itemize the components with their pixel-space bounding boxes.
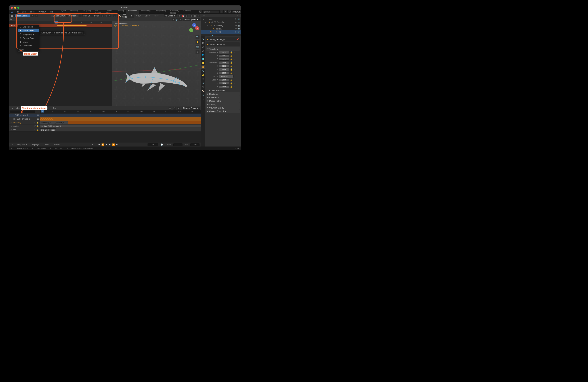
relations-header[interactable]: ▸ Relations: [206, 92, 240, 96]
tab-sculpting[interactable]: Sculpting: [81, 9, 92, 14]
stash-button[interactable]: ❄ Stash: [67, 14, 78, 17]
rotation-z-input[interactable]: [219, 72, 229, 74]
tab-shading[interactable]: Shading: [115, 9, 126, 14]
viewport-display-header[interactable]: ▸ Viewport Display: [206, 106, 240, 109]
tab-layout[interactable]: Layout: [58, 9, 68, 14]
animate-dot[interactable]: [234, 62, 234, 63]
outliner-row[interactable]: ▾ ⊹ root 👁 📷: [201, 17, 241, 21]
select-icon[interactable]: ☐: [173, 107, 176, 110]
tab-bone[interactable]: 🦴: [201, 89, 205, 93]
autokey-icon[interactable]: ●: [90, 143, 94, 146]
outliner-row[interactable]: ✦: [201, 34, 241, 36]
keyframe-icon[interactable]: [85, 25, 86, 26]
pin-icon[interactable]: 📌: [236, 38, 239, 40]
play-reverse-icon[interactable]: ◀: [105, 143, 108, 146]
keyframe-prev-icon[interactable]: ⏪: [101, 143, 104, 146]
close-icon[interactable]: ×: [179, 18, 182, 21]
editor-type-icon[interactable]: ☰▾: [10, 107, 13, 110]
pushdown-icon[interactable]: ☰: [37, 118, 40, 120]
animate-dot[interactable]: [234, 86, 234, 87]
nla-track[interactable]: swimming_GLTF_created_0: [40, 121, 201, 124]
lock-icon[interactable]: 🔓: [230, 82, 233, 84]
maximize-window[interactable]: [17, 7, 19, 9]
custom-properties-header[interactable]: ▸ Custom Properties: [206, 109, 240, 113]
tab-bone-constraints[interactable]: 🔗: [201, 93, 205, 97]
animate-dot[interactable]: [234, 83, 234, 84]
render-icon[interactable]: 📷: [237, 21, 240, 23]
action-name-input[interactable]: [82, 14, 100, 17]
nla-add[interactable]: Add: [51, 107, 58, 110]
nav-gizmo[interactable]: Z X Y: [189, 23, 199, 33]
tab-constraints[interactable]: 🔗: [201, 81, 205, 85]
playback-menu[interactable]: Playback ▾: [16, 143, 28, 146]
snap-icon[interactable]: 🧲: [182, 14, 184, 17]
transform-header[interactable]: ▾ Transform: [206, 47, 240, 51]
nla-track-label[interactable]: ✦ bite_GLTF_created_0 ☰: [9, 117, 40, 121]
lock-icon[interactable]: 🔓: [230, 55, 233, 57]
nla-strip[interactable]: bite_GLTF_create: [40, 128, 56, 131]
pose-options-dropdown[interactable]: Pose Options ▾: [183, 18, 200, 21]
viewlayer-input[interactable]: [232, 10, 241, 13]
visibility-header[interactable]: ▸ Visibility: [206, 103, 240, 106]
nla-search-input[interactable]: [10, 111, 35, 113]
nla-track-row[interactable]: ☆ circling ☐ 🔒 circling_GLTF_created_0: [9, 124, 201, 128]
lock-icon[interactable]: 🔓: [230, 72, 233, 74]
gizmo-icon[interactable]: ⊞: [172, 18, 175, 21]
eye-icon[interactable]: 👁: [235, 31, 237, 33]
cursor-icon[interactable]: ▤: [168, 107, 171, 110]
lock-icon[interactable]: 🔓: [230, 58, 233, 60]
tab-particles[interactable]: ✨: [201, 73, 205, 77]
scene-icon[interactable]: [199, 10, 202, 13]
scale-x-input[interactable]: [219, 78, 229, 81]
tab-data[interactable]: ▽: [201, 85, 205, 89]
chevron-down-icon[interactable]: ▾: [35, 14, 38, 17]
tab-material[interactable]: ●: [201, 97, 205, 101]
object-name-field[interactable]: ◧ GLTF_created_0: [206, 42, 240, 46]
nla-track[interactable]: [40, 117, 201, 121]
channel-label[interactable]: ▸ Sum: [9, 24, 15, 27]
keyframe-next-icon[interactable]: ⏩: [112, 143, 115, 146]
scene-name-input[interactable]: [203, 10, 219, 13]
jump-start-icon[interactable]: ⏮: [97, 143, 101, 146]
tab-geometry-nodes[interactable]: Geometry Nodes: [168, 9, 181, 14]
menu-edit[interactable]: Edit: [21, 10, 27, 13]
dope-ruler[interactable]: 5 0 10 20 30 40 50: [15, 21, 112, 24]
lock-icon[interactable]: 🔓: [230, 61, 233, 64]
overlay-icon[interactable]: ◐: [190, 14, 192, 17]
eye-icon[interactable]: 👁: [235, 18, 237, 20]
delete-scene-icon[interactable]: ×: [224, 10, 227, 13]
filter-icon[interactable]: [236, 14, 239, 17]
shark-model[interactable]: [124, 63, 189, 96]
tab-modifiers[interactable]: 🔧: [201, 69, 205, 73]
render-icon[interactable]: 📷: [237, 28, 240, 30]
lock-icon[interactable]: 🔓: [230, 51, 233, 54]
end-frame-input[interactable]: [190, 143, 200, 146]
shading-icon[interactable]: ●: [197, 14, 200, 17]
dropdown-mask[interactable]: ◑ Mask: [18, 40, 39, 44]
xray-icon[interactable]: ▦: [194, 14, 196, 17]
render-icon[interactable]: 📷: [237, 18, 240, 20]
outliner-row[interactable]: ▾ 人 GLTF_SceneRo 👁 📷: [201, 21, 241, 24]
invert-icon[interactable]: ↔: [37, 111, 39, 113]
viewlayer-icon[interactable]: [228, 10, 231, 13]
axis-x[interactable]: X: [195, 26, 199, 30]
tab-render[interactable]: 🖼: [201, 41, 205, 45]
viewport-pose[interactable]: Pose: [153, 14, 160, 17]
axis-y[interactable]: Y: [189, 28, 193, 32]
dropdown-shape-key[interactable]: ⬡ Shape Key E: [18, 32, 39, 36]
rotation-y-input[interactable]: [219, 68, 229, 71]
nla-track[interactable]: bite_GLTF_create: [40, 128, 201, 132]
outliner-row[interactable]: ▸ 人 skeleta 👁 📷: [201, 27, 241, 30]
tab-compositing[interactable]: Compositing: [153, 9, 168, 14]
nla-strip[interactable]: circling_GLTF_created_0: [40, 125, 201, 128]
animate-dot[interactable]: [234, 73, 234, 74]
tab-collection[interactable]: 📒: [201, 61, 205, 65]
rotation-w-input[interactable]: [219, 61, 229, 64]
jump-end-icon[interactable]: ⏭: [116, 143, 119, 146]
tab-object[interactable]: [201, 65, 205, 69]
rotation-mode-dropdown[interactable]: Quaternion..: [219, 75, 233, 78]
tab-tool[interactable]: 🔧: [201, 38, 205, 41]
start-frame-input[interactable]: [173, 143, 183, 146]
dropdown-grease-pencil[interactable]: ✎ Grease Penc: [18, 36, 39, 40]
outliner-type-icon[interactable]: ☰: [202, 14, 205, 17]
